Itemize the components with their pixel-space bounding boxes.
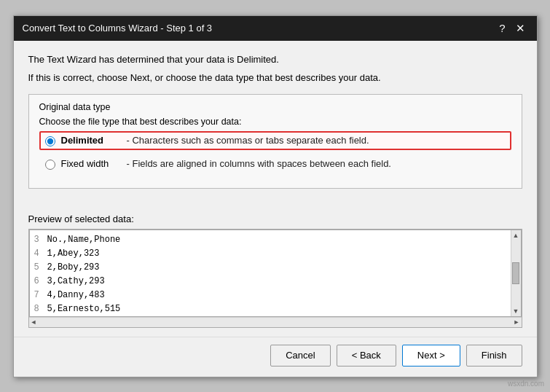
row-num-5: 8 xyxy=(34,302,47,315)
preview-row-0: 3 No.,Name,Phone xyxy=(34,233,506,247)
preview-section: Preview of selected data: 3 No.,Name,Pho… xyxy=(28,213,522,328)
vscroll-thumb[interactable] xyxy=(512,262,519,284)
title-bar-buttons: ? ✕ xyxy=(496,23,527,34)
preview-hscrollbar[interactable]: ◄ ► xyxy=(29,317,522,327)
radio-label-delimited: Delimited xyxy=(61,135,119,146)
watermark: wsxdn.com xyxy=(508,380,544,388)
radio-label-fixedwidth: Fixed width xyxy=(61,158,119,169)
next-button[interactable]: Next > xyxy=(402,345,460,366)
preview-row-4: 7 4,Danny,483 xyxy=(34,289,506,302)
preview-content: 3 No.,Name,Phone 4 1,Abey,323 5 2,Boby,2… xyxy=(30,230,511,316)
row-num-0: 3 xyxy=(34,233,47,247)
row-num-2: 5 xyxy=(34,261,47,275)
vscroll-up-arrow[interactable]: ▲ xyxy=(513,232,519,239)
row-text-1: 1,Abey,323 xyxy=(47,247,100,261)
intro-line2: If this is correct, choose Next, or choo… xyxy=(28,71,522,85)
preview-box: 3 No.,Name,Phone 4 1,Abey,323 5 2,Boby,2… xyxy=(29,230,522,317)
row-text-5: 5,Earnesto,515 xyxy=(47,302,121,315)
row-num-4: 7 xyxy=(34,289,47,302)
section-sublabel: Choose the file type that best describes… xyxy=(39,117,511,127)
radio-fixedwidth[interactable] xyxy=(45,160,55,170)
help-button[interactable]: ? xyxy=(496,23,508,34)
preview-row-2: 5 2,Boby,293 xyxy=(34,261,506,275)
preview-row-1: 4 1,Abey,323 xyxy=(34,247,506,261)
convert-wizard-dialog: Convert Text to Columns Wizard - Step 1 … xyxy=(13,15,538,377)
row-text-2: 2,Boby,293 xyxy=(47,261,100,275)
data-type-radio-group: Delimited - Characters such as commas or… xyxy=(39,131,511,173)
finish-button[interactable]: Finish xyxy=(466,345,522,366)
hscroll-left-arrow[interactable]: ◄ xyxy=(31,318,37,326)
row-num-1: 4 xyxy=(34,247,47,261)
hscroll-right-arrow[interactable]: ► xyxy=(514,318,520,326)
radio-delimited[interactable] xyxy=(45,136,55,146)
preview-vscrollbar[interactable]: ▲ ▼ xyxy=(511,230,521,316)
dialog-title: Convert Text to Columns Wizard - Step 1 … xyxy=(23,23,213,34)
close-button[interactable]: ✕ xyxy=(513,23,528,34)
preview-row-5: 8 5,Earnesto,515 xyxy=(34,302,506,315)
radio-row-delimited: Delimited - Characters such as commas or… xyxy=(39,131,511,150)
preview-row-3: 6 3,Cathy,293 xyxy=(34,275,506,289)
row-text-0: No.,Name,Phone xyxy=(47,233,121,247)
radio-row-fixedwidth: Fixed width - Fields are aligned in colu… xyxy=(39,154,511,173)
radio-desc-delimited: - Characters such as commas or tabs sepa… xyxy=(127,135,369,146)
back-button[interactable]: < Back xyxy=(337,345,396,366)
cancel-button[interactable]: Cancel xyxy=(270,345,330,366)
row-text-3: 3,Cathy,293 xyxy=(47,275,105,289)
title-bar: Convert Text to Columns Wizard - Step 1 … xyxy=(14,16,537,41)
intro-line1: The Text Wizard has determined that your… xyxy=(28,52,522,67)
row-text-4: 4,Danny,483 xyxy=(47,289,105,302)
preview-container: 3 No.,Name,Phone 4 1,Abey,323 5 2,Boby,2… xyxy=(28,229,522,328)
radio-desc-fixedwidth: - Fields are aligned in columns with spa… xyxy=(127,158,391,169)
section-title: Original data type xyxy=(39,102,511,112)
original-data-type-section: Original data type Choose the file type … xyxy=(28,94,522,189)
row-num-3: 6 xyxy=(34,275,47,289)
vscroll-down-arrow[interactable]: ▼ xyxy=(513,307,519,315)
preview-label: Preview of selected data: xyxy=(28,213,522,224)
dialog-body: The Text Wizard has determined that your… xyxy=(14,41,537,337)
dialog-footer: Cancel < Back Next > Finish xyxy=(14,337,537,377)
